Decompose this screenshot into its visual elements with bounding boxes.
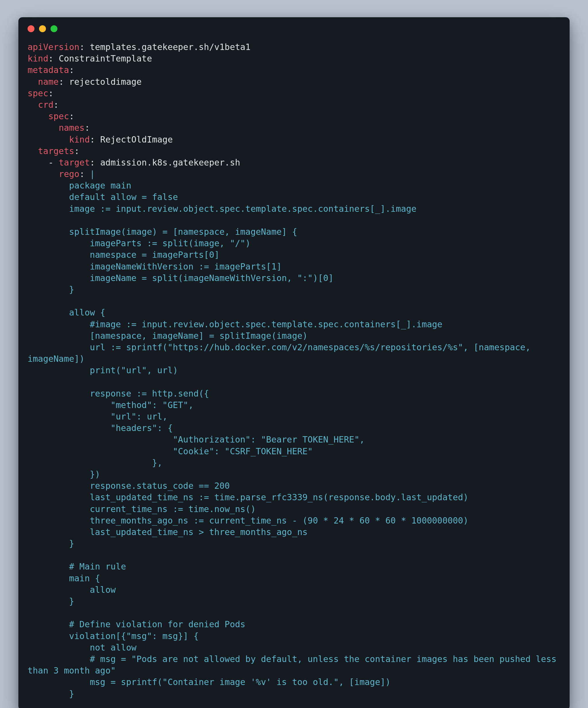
rego-line: three_months_ago_ns := current_time_ns -… [69,515,469,526]
zoom-icon[interactable] [51,25,57,32]
rego-line: not allow [69,643,137,653]
indent [28,238,69,248]
indent [28,515,69,526]
indent [28,435,69,444]
rego-line: violation[{"msg": msg}] { [69,631,199,641]
rego-line: allow [69,585,116,595]
window-titlebar [19,17,569,34]
rego-line: namespace = imageParts[0] [69,250,220,260]
rego-line: image := input.review.object.spec.templa… [69,204,416,214]
rego-line: # Main rule [69,561,126,571]
rego-line: default allow = false [69,192,178,202]
indent [28,192,69,202]
rego-line: "url": url, [69,411,168,421]
rego-line: package main [69,180,131,190]
rego-line: msg = sprintf("Container image '%v' is t… [69,677,391,687]
indent [28,135,69,145]
rego-line: imageName = split(imageNameWithVersion, … [69,273,334,283]
yaml-key: targets [38,146,74,156]
indent [28,689,69,699]
yaml-key: rego [59,169,79,179]
indent [28,342,69,352]
rego-line: url := sprintf("https://hub.docker.com/v… [28,342,536,364]
rego-line: #image := input.review.object.spec.templ… [69,319,442,329]
indent [28,492,69,502]
indent [28,250,69,260]
rego-line: "Cookie": "CSRF_TOKEN_HERE" [69,446,313,456]
indent [28,157,48,168]
rego-line: response.status_code == 200 [69,481,230,491]
indent [28,469,69,479]
indent [28,180,69,190]
yaml-dash: - [48,157,53,168]
rego-line: current_time_ns := time.now_ns() [69,504,256,514]
indent [28,273,69,283]
yaml-key: crd [38,100,53,110]
indent [28,596,69,606]
rego-line: "method": "GET", [69,400,193,410]
indent [28,481,69,491]
indent [28,227,69,237]
indent [28,307,69,318]
indent [28,561,69,571]
indent [28,538,69,549]
minimize-icon[interactable] [39,25,46,32]
yaml-key: spec [28,88,48,98]
yaml-pipe: | [90,169,95,179]
rego-line: last_updated_time_ns := time.parse_rfc33… [69,492,469,502]
indent [28,585,69,595]
indent [28,411,69,421]
indent [28,77,38,87]
indent [28,446,69,456]
rego-line: # Define violation for denied Pods [69,619,246,629]
rego-line: "Authorization": "Bearer TOKEN_HERE", [69,435,365,444]
rego-line: allow { [69,307,105,318]
indent [28,619,69,629]
rego-line: imageNameWithVersion := imageParts[1] [69,262,282,271]
rego-line: print("url", url) [69,365,178,375]
yaml-key: metadata [28,65,69,75]
rego-line: } [69,596,74,606]
indent [28,423,69,433]
yaml-value: ConstraintTemplate [59,54,152,63]
rego-line: main { [69,573,100,583]
yaml-value: RejectOldImage [100,135,173,145]
close-icon[interactable] [28,25,34,32]
rego-line: }) [69,469,100,479]
yaml-key: name [38,77,59,87]
indent [28,643,69,653]
rego-line: [namespace, imageName] = splitImage(imag… [69,331,308,341]
indent [28,204,69,214]
rego-line: } [69,538,74,549]
indent [28,319,69,329]
yaml-key: apiVersion [28,42,80,52]
rego-line: } [69,285,74,295]
indent [28,365,69,375]
yaml-key: names [59,123,85,133]
rego-line: imageParts := split(image, "/") [69,238,251,248]
indent [28,677,69,687]
indent [28,654,69,664]
indent [28,458,69,468]
indent [28,573,69,583]
rego-line: response := http.send({ [69,388,209,399]
indent [28,504,69,514]
yaml-key: target [59,157,90,168]
indent [28,631,69,641]
indent [28,123,59,133]
yaml-key: kind [28,54,48,63]
terminal-window: apiVersion: templates.gatekeeper.sh/v1be… [19,17,569,708]
indent [28,262,69,271]
indent [28,100,38,110]
yaml-key: spec [48,111,69,121]
indent [28,400,69,410]
rego-line: last_updated_time_ns > three_months_ago_… [69,527,308,537]
indent [28,331,69,341]
yaml-key: kind [69,135,90,145]
rego-line: } [69,689,74,699]
indent [28,388,69,399]
indent [28,111,48,121]
yaml-value: admission.k8s.gatekeeper.sh [100,157,240,168]
rego-line: }, [69,458,162,468]
indent [28,285,69,295]
